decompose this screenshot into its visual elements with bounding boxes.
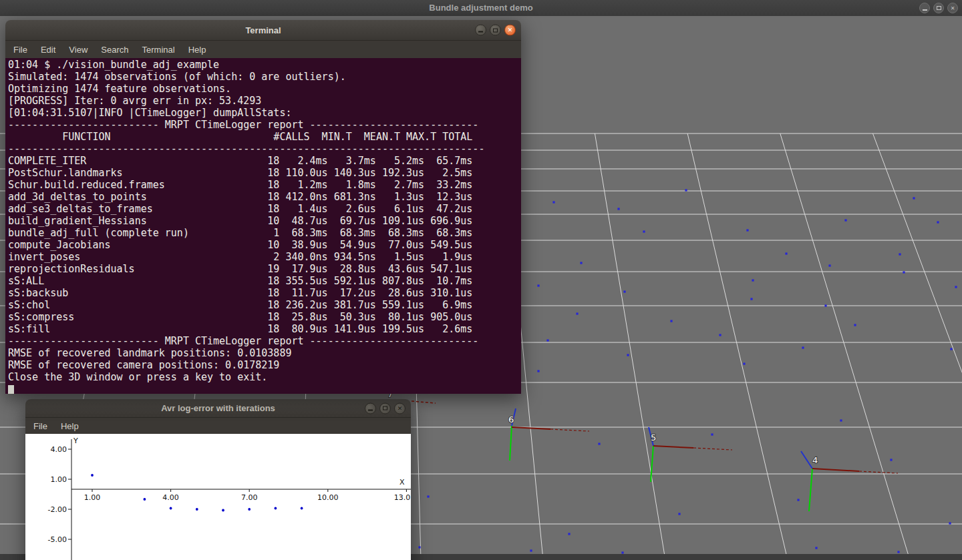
- plot-window-controls: ✕: [365, 402, 406, 414]
- svg-text:X: X: [399, 478, 405, 487]
- terminal-window: Terminal ✕ File Edit View Search Termina…: [5, 20, 521, 394]
- minimize-icon: [478, 31, 483, 33]
- maximize-icon: [937, 6, 941, 10]
- svg-text:5: 5: [651, 433, 656, 443]
- svg-text:1.00: 1.00: [51, 475, 67, 484]
- maximize-button[interactable]: [490, 25, 501, 36]
- minimize-button[interactable]: [919, 3, 930, 13]
- maximize-icon: [383, 406, 387, 410]
- menu-edit[interactable]: Edit: [34, 42, 62, 57]
- terminal-titlebar[interactable]: Terminal ✕: [5, 20, 521, 41]
- terminal-body[interactable]: 01:04 $ ./vision_bundle_adj_example Simu…: [5, 58, 521, 394]
- svg-text:10.00: 10.00: [317, 493, 339, 502]
- terminal-output: 01:04 $ ./vision_bundle_adj_example Simu…: [5, 58, 521, 394]
- plot-title: Avr log-error with iterations: [25, 399, 411, 417]
- camera-frames: 7654: [387, 389, 898, 511]
- svg-text:13.0: 13.0: [394, 493, 411, 502]
- menu-help[interactable]: Help: [182, 42, 213, 57]
- svg-text:6: 6: [508, 414, 514, 425]
- svg-text:-2.00: -2.00: [48, 505, 67, 514]
- scatter-points: [91, 474, 303, 511]
- svg-text:4.00: 4.00: [162, 493, 179, 502]
- terminal-menubar: File Edit View Search Terminal Help: [5, 41, 521, 58]
- close-icon: ✕: [397, 405, 403, 411]
- maximize-button[interactable]: [379, 402, 391, 414]
- plot-titlebar[interactable]: Avr log-error with iterations ✕: [25, 399, 411, 418]
- menu-view[interactable]: View: [62, 42, 94, 57]
- close-icon: ✕: [951, 5, 955, 11]
- svg-text:Y: Y: [73, 437, 78, 445]
- svg-text:4.00: 4.00: [51, 445, 67, 454]
- terminal-title: Terminal: [5, 20, 521, 40]
- menu-search[interactable]: Search: [94, 42, 135, 57]
- main-window-titlebar[interactable]: Bundle adjustment demo ✕: [0, 0, 962, 16]
- minimize-icon: [368, 409, 373, 410]
- svg-text:1.00: 1.00: [84, 493, 101, 502]
- menu-file[interactable]: File: [7, 42, 34, 57]
- plot-canvas: YX1.004.007.0010.0013.04.001.00-2.00-5.0…: [25, 434, 411, 560]
- svg-text:-5.00: -5.00: [48, 535, 67, 544]
- close-button[interactable]: ✕: [394, 402, 406, 414]
- menu-terminal[interactable]: Terminal: [136, 42, 182, 57]
- main-window-title: Bundle adjustment demo: [0, 0, 962, 16]
- plot-menubar: File Help: [25, 418, 411, 434]
- menu-file[interactable]: File: [27, 418, 54, 434]
- menu-help[interactable]: Help: [54, 418, 86, 434]
- scatter-plot: YX1.004.007.0010.0013.04.001.00-2.00-5.0…: [25, 434, 411, 560]
- close-button[interactable]: ✕: [504, 25, 516, 36]
- main-window-controls: ✕: [919, 3, 958, 13]
- plot-window: Avr log-error with iterations ✕ File Hel…: [25, 399, 411, 560]
- close-button[interactable]: ✕: [947, 3, 958, 13]
- minimize-button[interactable]: [475, 25, 486, 36]
- maximize-button[interactable]: [933, 3, 944, 13]
- minimize-icon: [923, 9, 927, 11]
- maximize-icon: [493, 28, 498, 32]
- svg-text:7.00: 7.00: [241, 493, 258, 502]
- minimize-button[interactable]: [365, 402, 376, 414]
- close-icon: ✕: [508, 27, 513, 33]
- svg-text:4: 4: [812, 455, 818, 465]
- camera-frame: 4: [801, 451, 898, 511]
- terminal-window-controls: ✕: [475, 25, 516, 36]
- camera-frame: 6: [508, 408, 589, 461]
- terminal-cursor: [8, 385, 14, 394]
